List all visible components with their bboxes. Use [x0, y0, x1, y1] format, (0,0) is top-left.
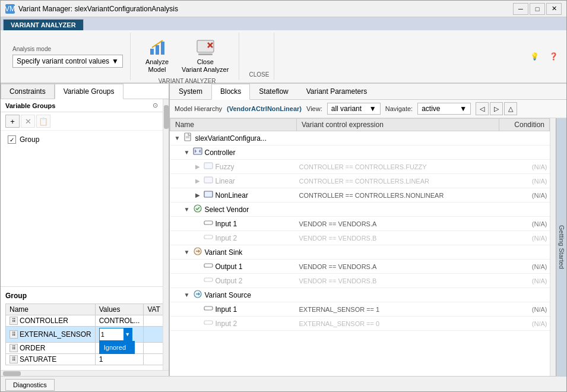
main-area: Constraints Variable Groups Variable Gro…	[1, 84, 566, 376]
row-label: Input 2	[216, 320, 237, 328]
dropdown-menu: Ignored	[99, 341, 135, 354]
port-icon	[204, 261, 213, 272]
tree-row[interactable]: ▼ Variant Source	[170, 288, 550, 302]
svg-rect-1	[156, 45, 159, 55]
tab-constraints[interactable]: Constraints	[1, 84, 55, 99]
right-scrollbar[interactable]	[550, 118, 556, 376]
horizontal-scrollbar[interactable]	[1, 370, 169, 376]
table-row[interactable]: ⠿ CONTROLLER CONTROL...	[6, 315, 163, 327]
tree-row[interactable]: ▶ Input 1 EXTERNAL_SENSOR == 1 (N/A)	[170, 302, 550, 317]
tree-row-name: ▼ Variant Sink	[170, 245, 297, 260]
analysis-mode-arrow: ▼	[112, 57, 119, 65]
tree-row[interactable]: ▼ slexVariantConfigura...	[170, 131, 550, 146]
tree-row-condition: (N/A)	[499, 217, 549, 231]
help-icon-button[interactable]: 💡	[526, 48, 543, 65]
app-icon: VM	[5, 4, 15, 14]
view-select[interactable]: all variant ▼	[327, 103, 381, 115]
left-scrollbar[interactable]	[163, 99, 169, 370]
model-icon	[204, 189, 213, 201]
values-dropdown[interactable]: ▼	[99, 328, 132, 341]
tab-stateflow[interactable]: Stateflow	[250, 84, 297, 99]
tab-system[interactable]: System	[170, 84, 211, 99]
nav-up-button[interactable]: △	[504, 102, 517, 115]
tree-row[interactable]: ▶ Output 1 VENDOR == VENDORS.A (N/A)	[170, 260, 550, 274]
table-row[interactable]: ⠿ EXTERNAL_SENSOR ▼	[6, 327, 163, 343]
tree-row-condition: (N/A)	[499, 174, 549, 188]
tree-row-name: ▶ Input 2	[170, 317, 297, 331]
diagnostics-button[interactable]: Diagnostics	[5, 379, 55, 391]
tree-row-expr: VENDOR == VENDORS.B	[297, 231, 499, 245]
left-panel-inner: Variable Groups ⊙ + ✕ 📋 Group Group	[1, 99, 169, 370]
tree-row-condition: (N/A)	[499, 302, 549, 317]
expand-icon[interactable]: ▶	[194, 192, 201, 199]
tree-row-condition	[499, 203, 549, 217]
tree-row-condition	[499, 131, 549, 146]
tree-row[interactable]: ▶ Input 2 EXTERNAL_SENSOR == 0 (N/A)	[170, 317, 550, 331]
group-item: Group	[5, 134, 158, 145]
tab-variant-parameters[interactable]: Variant Parameters	[297, 84, 376, 99]
nav-forward-button[interactable]: ▷	[490, 102, 503, 115]
row-label: Output 1	[216, 263, 243, 271]
row-name: ⠿ SATURATE	[6, 354, 96, 365]
group-checkbox[interactable]	[8, 135, 16, 144]
dropdown-arrow[interactable]: ▼	[123, 328, 132, 340]
window-title: Variant Manager: slexVariantConfiguratio…	[18, 5, 178, 13]
port-icon	[204, 232, 213, 244]
group-list: Group	[1, 131, 163, 286]
question-icon-button[interactable]: ❓	[545, 48, 562, 65]
expand-icon[interactable]: ▼	[183, 149, 191, 156]
expand-icon[interactable]: ▶	[194, 163, 201, 170]
scroll-up-indicator[interactable]: ⊙	[153, 102, 158, 109]
tree-row[interactable]: ▶ Input 1 VENDOR == VENDORS.A (N/A)	[170, 217, 550, 231]
col-name: Name	[170, 119, 297, 131]
tree-row-expr: CONTROLLER == CONTROLLERS.NONLINEAR	[297, 188, 499, 203]
nav-back-button[interactable]: ◁	[476, 102, 489, 115]
tree-row-name: ▶ Linear	[170, 174, 297, 188]
delete-group-button[interactable]: ✕	[21, 115, 35, 128]
row-label: Controller	[205, 148, 236, 157]
navigate-select[interactable]: active ▼	[417, 103, 471, 115]
navigate-value: active	[422, 105, 440, 113]
close-variant-analyzer-button[interactable]: CloseVariant Analyzer	[176, 35, 234, 77]
table-row[interactable]: ⠿ ORDER	[6, 343, 163, 354]
tree-row[interactable]: ▶ Linear CONTROLLER == CONTROLLERS.LINEA…	[170, 174, 550, 188]
table-row[interactable]: ⠿ SATURATE 1	[6, 354, 163, 365]
tree-row[interactable]: ▼ Variant Sink	[170, 245, 550, 260]
tab-blocks[interactable]: Blocks	[211, 84, 250, 100]
tree-row-expr	[297, 245, 499, 260]
analyze-model-button[interactable]: AnalyzeModel	[140, 35, 174, 77]
tree-row[interactable]: ▼ Select Vendor	[170, 203, 550, 217]
dropdown-option-ignored[interactable]: Ignored	[100, 342, 134, 353]
expand-icon[interactable]: ▼	[183, 292, 191, 299]
tree-row[interactable]: ▼ Controller	[170, 146, 550, 160]
tree-row[interactable]: ▶ Fuzzy CONTROLLER == CONTROLLERS.FUZZY …	[170, 160, 550, 174]
getting-started-sidebar[interactable]: Getting Started	[556, 118, 566, 376]
svg-rect-27	[204, 306, 213, 310]
close-window-button[interactable]: ✕	[546, 3, 562, 15]
expand-icon[interactable]: ▼	[174, 135, 181, 142]
minimize-button[interactable]: ─	[513, 3, 528, 15]
maximize-button[interactable]: □	[530, 3, 545, 15]
row-label: Linear	[216, 177, 235, 185]
model-icon	[204, 175, 213, 186]
expand-icon[interactable]: ▼	[183, 249, 191, 256]
analysis-mode-select[interactable]: Specify variant control values ▼	[12, 55, 123, 68]
saturate-name: SATURATE	[20, 355, 56, 363]
left-panel-content: Variable Groups ⊙ + ✕ 📋 Group Group	[1, 99, 163, 370]
copy-group-button[interactable]: 📋	[36, 115, 50, 128]
tree-row[interactable]: ▶ Input 2 VENDOR == VENDORS.B (N/A)	[170, 231, 550, 245]
tree-row[interactable]: ▶ NonLinear CONTROLLER == CONTROLLERS.NO…	[170, 188, 550, 203]
col-variant-expr: Variant control expression	[297, 119, 499, 131]
tab-variable-groups[interactable]: Variable Groups	[55, 84, 123, 99]
titlebar: VM Variant Manager: slexVariantConfigura…	[1, 1, 566, 17]
port-icon	[204, 218, 213, 229]
tree-row-expr: EXTERNAL_SENSOR == 1	[297, 302, 499, 317]
model-name[interactable]: (VendorACtrlNonLinear)	[227, 105, 302, 112]
expand-icon[interactable]: ▶	[194, 178, 201, 185]
values-input[interactable]	[100, 330, 123, 339]
tree-row[interactable]: ▶ Output 2 VENDOR == VENDORS.B (N/A)	[170, 274, 550, 288]
expand-icon[interactable]: ▼	[183, 206, 191, 213]
add-group-button[interactable]: +	[5, 115, 20, 128]
row-drag-handle: ⠿	[9, 344, 18, 352]
variant-analyzer-tab[interactable]: VARIANT ANALYZER	[3, 19, 84, 30]
